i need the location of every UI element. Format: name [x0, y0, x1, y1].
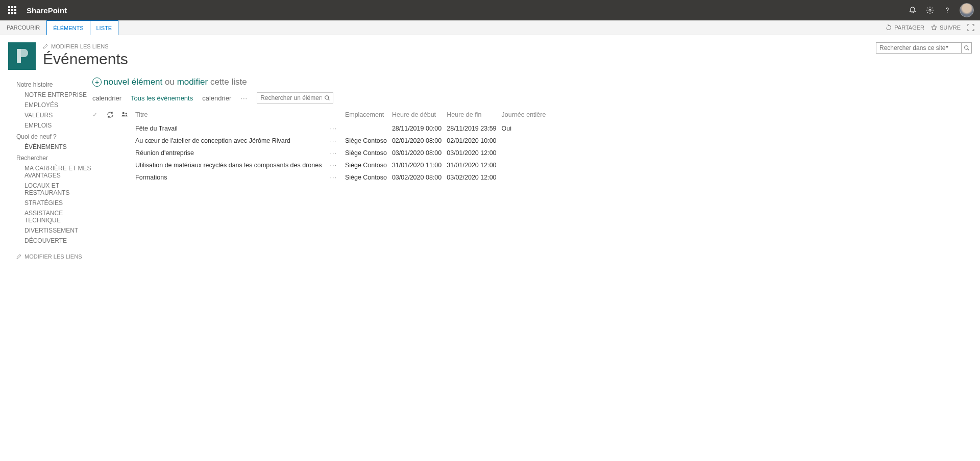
ribbon-tab-list[interactable]: LISTE — [90, 20, 119, 35]
plus-icon: + — [92, 78, 102, 87]
ribbon-row: PARCOURIR ÉLÉMENTS LISTE PARTAGER SUIVRE — [0, 20, 980, 35]
col-start[interactable]: Heure de début — [392, 109, 447, 122]
nav-item-strategies[interactable]: STRATÉGIES — [24, 199, 92, 207]
row-location: Siège Contoso — [345, 147, 392, 159]
nav-item-emplois[interactable]: EMPLOIS — [24, 122, 92, 129]
share-icon — [885, 24, 892, 31]
edit-list-link[interactable]: modifier — [177, 77, 208, 87]
row-allday — [502, 135, 551, 147]
nav-heading-quoi[interactable]: Quoi de neuf ? — [16, 133, 92, 140]
table-row[interactable]: Formations···Siège Contoso03/02/2020 08:… — [92, 171, 551, 184]
search-icon — [964, 45, 970, 51]
list-search — [257, 92, 333, 104]
row-location — [345, 122, 392, 135]
this-list-label: cette liste — [210, 77, 247, 87]
item-menu[interactable]: ··· — [327, 149, 339, 157]
user-avatar[interactable] — [960, 3, 974, 17]
list-search-go[interactable] — [322, 93, 333, 103]
row-end: 28/11/2019 23:59 — [447, 122, 501, 135]
nav-item-decouverte[interactable]: DÉCOUVERTE — [24, 237, 92, 244]
site-search-input[interactable] — [876, 42, 962, 54]
row-end: 03/01/2020 12:00 — [447, 147, 501, 159]
site-logo[interactable] — [8, 42, 36, 70]
col-location[interactable]: Emplacement — [345, 109, 392, 122]
item-menu[interactable]: ··· — [327, 174, 339, 181]
follow-action[interactable]: SUIVRE — [930, 24, 961, 31]
search-scope-dropdown[interactable]: ▾ — [946, 44, 948, 49]
ribbon-tab-items[interactable]: ÉLÉMENTS — [46, 20, 90, 35]
nav-item-locaux[interactable]: LOCAUX ET RESTAURANTS — [24, 182, 92, 196]
main-area: + nouvel élément ou modifier cette liste… — [92, 70, 972, 260]
focus-mode-icon[interactable] — [967, 23, 975, 32]
row-location: Siège Contoso — [345, 159, 392, 171]
new-item-label: nouvel élément — [104, 77, 162, 87]
sync-icon[interactable] — [107, 111, 116, 118]
row-start: 02/01/2020 08:00 — [392, 135, 447, 147]
row-title[interactable]: Fête du Travail — [135, 122, 327, 135]
nav-item-assistance[interactable]: ASSISTANCE TECHNIQUE — [24, 210, 92, 224]
settings-icon[interactable] — [925, 5, 935, 15]
row-title[interactable]: Réunion d'entreprise — [135, 147, 327, 159]
nav-heading-histoire[interactable]: Notre histoire — [16, 81, 92, 88]
edit-links-top[interactable]: MODIFIER LES LIENS — [43, 43, 128, 49]
select-all-checkbox[interactable]: ✓ — [92, 111, 97, 118]
col-title[interactable]: Titre — [135, 109, 327, 122]
nav-item-entreprise[interactable]: NOTRE ENTREPRISE — [24, 91, 92, 98]
nav-heading-rechercher[interactable]: Rechercher — [16, 155, 92, 162]
ribbon-tab-browse[interactable]: PARCOURIR — [0, 20, 46, 35]
item-menu[interactable]: ··· — [327, 137, 339, 144]
search-icon — [324, 95, 330, 101]
table-row[interactable]: Au cœur de l'atelier de conception avec … — [92, 135, 551, 147]
site-search-go[interactable] — [962, 42, 972, 54]
nav-item-divertissement[interactable]: DIVERTISSEMENT — [24, 227, 92, 234]
new-item-row: + nouvel élément ou modifier cette liste — [92, 77, 972, 87]
view-tous-evenements[interactable]: Tous les événements — [131, 94, 193, 102]
share-label: PARTAGER — [894, 24, 924, 31]
row-allday: Oui — [502, 122, 551, 135]
nav-item-carriere[interactable]: MA CARRIÈRE ET MES AVANTAGES — [24, 165, 92, 179]
nav-item-evenements[interactable]: ÉVÉNEMENTS — [24, 143, 92, 150]
table-row[interactable]: Fête du Travail···28/11/2019 00:0028/11/… — [92, 122, 551, 135]
nav-edit-links[interactable]: MODIFIER LES LIENS — [16, 253, 92, 260]
col-end[interactable]: Heure de fin — [447, 109, 501, 122]
item-menu[interactable]: ··· — [327, 162, 339, 169]
nav-item-valeurs[interactable]: VALEURS — [24, 112, 92, 119]
page-content: MODIFIER LES LIENS Événements ▾ Notre hi… — [0, 35, 980, 260]
brand-label[interactable]: SharePoint — [27, 6, 67, 15]
row-start: 03/01/2020 08:00 — [392, 147, 447, 159]
shared-with-icon[interactable] — [121, 111, 130, 118]
row-title[interactable]: Utilisation de matériaux recyclés dans l… — [135, 159, 327, 171]
pencil-icon — [16, 254, 21, 259]
view-calendrier-2[interactable]: calendrier — [202, 94, 231, 102]
waffle-icon — [8, 6, 16, 14]
item-menu[interactable]: ··· — [327, 125, 339, 132]
row-location: Siège Contoso — [345, 171, 392, 184]
nav-item-employes[interactable]: EMPLOYÉS — [24, 101, 92, 109]
site-search: ▾ — [876, 42, 972, 54]
row-title[interactable]: Formations — [135, 171, 327, 184]
star-icon — [930, 24, 938, 31]
events-table: ✓ Titre — [92, 109, 551, 184]
row-title[interactable]: Au cœur de l'atelier de conception avec … — [135, 135, 327, 147]
or-label: ou — [165, 77, 175, 87]
new-item-button[interactable]: + nouvel élément — [92, 77, 162, 87]
help-icon[interactable] — [942, 5, 952, 15]
app-launcher[interactable] — [0, 0, 24, 20]
row-allday — [502, 171, 551, 184]
col-allday[interactable]: Journée entière — [502, 109, 551, 122]
row-location: Siège Contoso — [345, 135, 392, 147]
row-start: 03/02/2020 08:00 — [392, 171, 447, 184]
table-row[interactable]: Utilisation de matériaux recyclés dans l… — [92, 159, 551, 171]
views-more[interactable]: ··· — [240, 94, 248, 102]
notifications-icon[interactable] — [908, 5, 918, 15]
row-end: 31/01/2020 12:00 — [447, 159, 501, 171]
suite-bar: SharePoint — [0, 0, 980, 20]
share-action[interactable]: PARTAGER — [885, 24, 924, 31]
table-row[interactable]: Réunion d'entreprise···Siège Contoso03/0… — [92, 147, 551, 159]
view-calendrier-1[interactable]: calendrier — [92, 94, 121, 102]
views-row: calendrier Tous les événements calendrie… — [92, 92, 972, 104]
nav-edit-links-label: MODIFIER LES LIENS — [24, 253, 82, 260]
edit-links-label: MODIFIER LES LIENS — [51, 43, 108, 49]
left-nav: Notre histoire NOTRE ENTREPRISE EMPLOYÉS… — [8, 70, 92, 260]
svg-point-0 — [929, 9, 931, 11]
